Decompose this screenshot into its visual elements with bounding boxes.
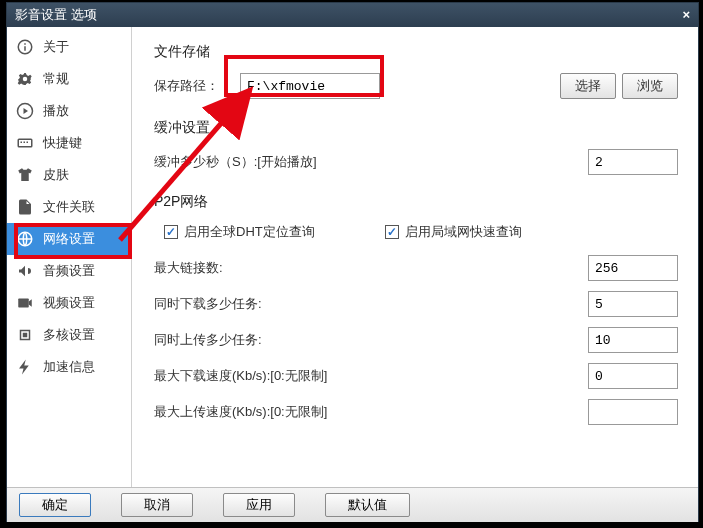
max-dl-tasks-input[interactable] — [588, 291, 678, 317]
max-dl-speed-input[interactable] — [588, 363, 678, 389]
sidebar-item-label: 加速信息 — [43, 358, 95, 376]
audio-icon — [15, 261, 35, 281]
max-ul-speed-label: 最大上传速度(Kb/s):[0:无限制] — [154, 403, 578, 421]
max-ul-speed-input[interactable] — [588, 399, 678, 425]
checkmark-icon: ✓ — [164, 225, 178, 239]
svg-rect-3 — [18, 299, 29, 308]
max-conn-input[interactable] — [588, 255, 678, 281]
sidebar-item-network[interactable]: 网络设置 — [7, 223, 131, 255]
max-dl-tasks-label: 同时下载多少任务: — [154, 295, 578, 313]
save-path-input[interactable] — [240, 73, 380, 99]
buffer-seconds-input[interactable] — [588, 149, 678, 175]
globe-icon — [15, 229, 35, 249]
close-icon[interactable]: × — [682, 3, 690, 27]
apply-button[interactable]: 应用 — [223, 493, 295, 517]
max-dl-speed-label: 最大下载速度(Kb/s):[0:无限制] — [154, 367, 578, 385]
sidebar-item-playback[interactable]: 播放 — [7, 95, 131, 127]
sidebar-item-label: 音频设置 — [43, 262, 95, 280]
sidebar-item-label: 播放 — [43, 102, 69, 120]
sidebar-item-label: 皮肤 — [43, 166, 69, 184]
sidebar-item-skin[interactable]: 皮肤 — [7, 159, 131, 191]
sidebar: 关于 常规 播放 快捷键 皮肤 文件关联 — [7, 27, 132, 487]
buffer-label: 缓冲多少秒（S）:[开始播放] — [154, 153, 578, 171]
max-ul-tasks-label: 同时上传多少任务: — [154, 331, 578, 349]
sidebar-item-accel[interactable]: 加速信息 — [7, 351, 131, 383]
bolt-icon — [15, 357, 35, 377]
cancel-button[interactable]: 取消 — [121, 493, 193, 517]
tshirt-icon — [15, 165, 35, 185]
sidebar-item-audio[interactable]: 音频设置 — [7, 255, 131, 287]
checkmark-icon: ✓ — [385, 225, 399, 239]
default-button[interactable]: 默认值 — [325, 493, 410, 517]
sidebar-item-hotkeys[interactable]: 快捷键 — [7, 127, 131, 159]
file-icon — [15, 197, 35, 217]
section-title-buffer: 缓冲设置 — [154, 119, 678, 137]
settings-window: 影音设置 选项 × 关于 常规 播放 快捷键 皮肤 — [6, 2, 699, 522]
sidebar-item-label: 常规 — [43, 70, 69, 88]
section-title-storage: 文件存储 — [154, 43, 678, 61]
gear-icon — [15, 69, 35, 89]
max-ul-tasks-input[interactable] — [588, 327, 678, 353]
play-icon — [15, 101, 35, 121]
keyboard-icon — [15, 133, 35, 153]
ok-button[interactable]: 确定 — [19, 493, 91, 517]
video-icon — [15, 293, 35, 313]
max-conn-label: 最大链接数: — [154, 259, 578, 277]
save-path-label: 保存路径： — [154, 77, 234, 95]
dht-checkbox[interactable]: ✓ 启用全球DHT定位查询 — [164, 223, 315, 241]
sidebar-item-label: 关于 — [43, 38, 69, 56]
sidebar-item-video[interactable]: 视频设置 — [7, 287, 131, 319]
info-icon — [15, 37, 35, 57]
section-title-p2p: P2P网络 — [154, 193, 678, 211]
sidebar-item-general[interactable]: 常规 — [7, 63, 131, 95]
sidebar-item-label: 视频设置 — [43, 294, 95, 312]
footer: 确定 取消 应用 默认值 — [7, 487, 698, 522]
lan-checkbox[interactable]: ✓ 启用局域网快速查询 — [385, 223, 522, 241]
sidebar-item-about[interactable]: 关于 — [7, 31, 131, 63]
sidebar-item-label: 网络设置 — [43, 230, 95, 248]
sidebar-item-multicore[interactable]: 多核设置 — [7, 319, 131, 351]
browse-button[interactable]: 浏览 — [622, 73, 678, 99]
dht-checkbox-label: 启用全球DHT定位查询 — [184, 223, 315, 241]
svg-rect-5 — [23, 333, 28, 338]
sidebar-item-label: 快捷键 — [43, 134, 82, 152]
titlebar[interactable]: 影音设置 选项 × — [7, 3, 698, 27]
sidebar-item-file-assoc[interactable]: 文件关联 — [7, 191, 131, 223]
select-button[interactable]: 选择 — [560, 73, 616, 99]
cpu-icon — [15, 325, 35, 345]
sidebar-item-label: 文件关联 — [43, 198, 95, 216]
sidebar-item-label: 多核设置 — [43, 326, 95, 344]
lan-checkbox-label: 启用局域网快速查询 — [405, 223, 522, 241]
content-panel: 文件存储 保存路径： 选择 浏览 缓冲设置 缓冲多少秒（S）:[开始播放] P2… — [132, 27, 698, 487]
window-title: 影音设置 选项 — [15, 3, 97, 27]
